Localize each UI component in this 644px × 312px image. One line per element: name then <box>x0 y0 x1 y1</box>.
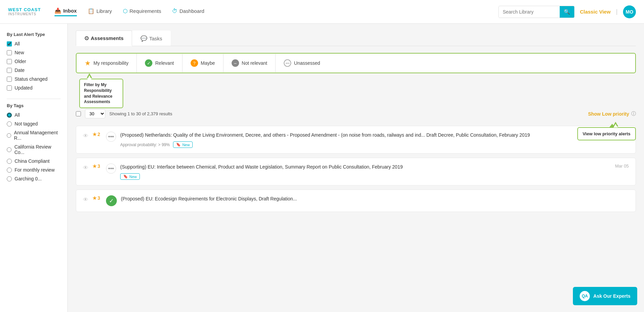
item-card-3: 👁 ★ 3 ✓ (Proposed) EU: Ecodesign Require… <box>76 190 636 212</box>
star-icon-3: ★ <box>92 195 97 201</box>
eye-icon-2: 👁 <box>83 165 88 171</box>
sidebar-item-updated[interactable]: Updated <box>7 85 61 91</box>
radio-tag-monthly[interactable] <box>7 168 12 173</box>
sidebar: By Last Alert Type All New Older Date St… <box>0 24 68 312</box>
sidebar-item-all[interactable]: All <box>7 41 61 46</box>
item1-actions-button[interactable]: ••• <box>106 132 116 142</box>
tab-tasks[interactable]: 💬 Tasks <box>132 31 171 46</box>
filter-not-relevant[interactable]: − Not relevant <box>223 54 276 72</box>
star-icon-2: ★ <box>92 163 97 169</box>
tasks-icon: 💬 <box>141 35 147 42</box>
results-bar: 30 50 100 Showing 1 to 30 of 2,379 resul… <box>76 106 636 122</box>
sidebar-tag-annual[interactable]: Annual Management R... <box>7 130 61 141</box>
sidebar-section-alert-title: By Last Alert Type <box>7 32 61 37</box>
item3-left: 👁 <box>83 197 88 203</box>
select-all-checkbox[interactable] <box>76 111 81 116</box>
checkbox-new[interactable] <box>7 50 12 55</box>
sidebar-item-older[interactable]: Older <box>7 59 61 64</box>
header: WEST COAST INSTRUMENTS 📥 Inbox 📋 Library… <box>0 0 644 24</box>
main-content: ⊙ Assessments 💬 Tasks ★ My responsibilit… <box>68 24 644 312</box>
item2-content: (Supporting) EU: Interface between Chemi… <box>120 163 611 180</box>
sidebar-section-tags-title: By Tags <box>7 103 61 108</box>
item3-star-badge: ★ 3 <box>92 195 102 201</box>
radio-tag-california[interactable] <box>7 147 12 152</box>
sidebar-tag-all[interactable]: All <box>7 112 61 118</box>
search-input[interactable] <box>499 6 560 17</box>
item-card-1: 👁 ★ 2 ••• (Proposed) Netherlands: Qualit… <box>76 126 636 154</box>
checkbox-date[interactable] <box>7 68 12 73</box>
nav-dashboard[interactable]: ⏱ Dashboard <box>172 8 204 16</box>
badge-icon-2: 🔖 <box>123 174 128 179</box>
star-icon-1: ★ <box>92 132 97 137</box>
item1-meta: Approval probability: > 99% 🔖 New <box>120 141 611 148</box>
low-priority-wrapper: Show Low priority ⓘ View low priority al… <box>588 111 636 117</box>
filter-bar: ★ My responsibility ✓ Relevant ? Maybe −… <box>76 53 636 73</box>
item2-actions-button[interactable]: ••• <box>106 163 116 174</box>
results-count: Showing 1 to 30 of 2,379 results <box>109 111 584 116</box>
ask-experts-icon: QA <box>580 291 590 301</box>
classic-view-button[interactable]: Classic View <box>580 9 611 15</box>
logo: WEST COAST INSTRUMENTS <box>8 7 41 16</box>
search-button[interactable]: 🔍 <box>560 6 574 18</box>
sidebar-tag-monthly[interactable]: For monthly review <box>7 167 61 173</box>
assessments-icon: ⊙ <box>84 35 89 41</box>
sidebar-divider <box>7 99 61 99</box>
dashboard-icon: ⏱ <box>172 8 177 14</box>
sidebar-alert-section: By Last Alert Type All New Older Date St… <box>7 32 61 91</box>
item2-star-badge: ★ 3 <box>92 163 102 169</box>
item-card-2: 👁 ★ 3 ••• (Supporting) EU: Interface bet… <box>76 158 636 186</box>
filter-unassessed[interactable]: ••• Unassessed <box>276 54 328 72</box>
checkbox-older[interactable] <box>7 59 12 64</box>
filter-tooltip-box: Filter by My Responsibility and Relevanc… <box>79 79 123 108</box>
avatar[interactable]: MO <box>623 5 636 18</box>
logo-line2: INSTRUMENTS <box>8 12 41 16</box>
radio-tag-annual[interactable] <box>7 133 11 138</box>
nav-inbox[interactable]: 📥 Inbox <box>55 7 77 16</box>
filter-maybe[interactable]: ? Maybe <box>183 54 223 72</box>
show-low-priority-button[interactable]: Show Low priority ⓘ <box>588 111 636 117</box>
sidebar-item-status-changed[interactable]: Status changed <box>7 76 61 82</box>
sidebar-tag-garching[interactable]: Garching 0... <box>7 176 61 181</box>
library-icon: 📋 <box>88 8 94 14</box>
checkbox-status-changed[interactable] <box>7 77 12 82</box>
green-check-badge-3: ✓ <box>106 195 117 206</box>
sidebar-item-date[interactable]: Date <box>7 67 61 73</box>
per-page-select[interactable]: 30 50 100 <box>85 109 105 118</box>
requirements-icon: ⬡ <box>123 8 128 14</box>
checkbox-updated[interactable] <box>7 85 12 91</box>
info-icon: ⓘ <box>631 111 636 117</box>
radio-tag-garching[interactable] <box>7 176 12 181</box>
filter-my-responsibility[interactable]: ★ My responsibility <box>77 54 137 73</box>
filter-relevant[interactable]: ✓ Relevant <box>137 54 182 72</box>
layout: By Last Alert Type All New Older Date St… <box>0 24 644 312</box>
item1-star-badge: ★ 2 <box>92 132 102 137</box>
item2-title: (Supporting) EU: Interface between Chemi… <box>120 163 611 171</box>
ask-experts-button[interactable]: QA Ask Our Experts <box>573 287 637 305</box>
radio-tag-all[interactable] <box>7 113 12 118</box>
checkbox-all[interactable] <box>7 41 12 46</box>
nav-requirements[interactable]: ⬡ Requirements <box>123 8 161 16</box>
nav-library[interactable]: 📋 Library <box>88 8 112 16</box>
radio-tag-not-tagged[interactable] <box>7 121 12 126</box>
sidebar-tag-california[interactable]: California Review Co... <box>7 144 61 155</box>
green-check-icon: ✓ <box>145 59 152 67</box>
header-right: 🔍 Classic View | MO <box>498 5 636 18</box>
dots-icon: ••• <box>284 59 291 67</box>
sidebar-item-new[interactable]: New <box>7 50 61 55</box>
main-nav: 📥 Inbox 📋 Library ⬡ Requirements ⏱ Dashb… <box>55 7 498 16</box>
sidebar-tag-china[interactable]: China Compliant <box>7 158 61 164</box>
item1-badge: 🔖 New <box>173 141 193 148</box>
star-icon: ★ <box>85 59 91 67</box>
item1-title: (Proposed) Netherlands: Quality of the L… <box>120 132 611 139</box>
item2-meta: 🔖 New <box>120 173 611 180</box>
item2-left: 👁 <box>83 165 88 171</box>
eye-icon-1: 👁 <box>83 133 88 139</box>
item1-content: (Proposed) Netherlands: Quality of the L… <box>120 132 611 148</box>
tab-assessments[interactable]: ⊙ Assessments <box>76 31 132 46</box>
sidebar-tag-not-tagged[interactable]: Not tagged <box>7 121 61 126</box>
item3-title: (Proposed) EU: Ecodesign Requirements fo… <box>121 195 629 202</box>
search-box: 🔍 <box>498 6 575 18</box>
radio-tag-china[interactable] <box>7 159 12 164</box>
minus-icon: − <box>232 59 239 67</box>
sidebar-tags-section: By Tags All Not tagged Annual Management… <box>7 103 61 181</box>
